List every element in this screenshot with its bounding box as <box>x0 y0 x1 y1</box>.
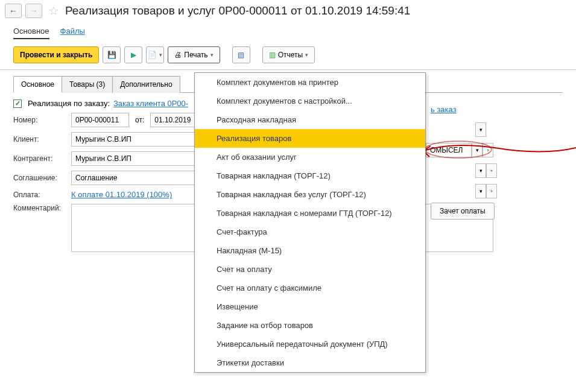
print-menu-item[interactable]: Счет-фактура <box>195 223 425 241</box>
favorite-star-icon[interactable]: ☆ <box>48 4 59 18</box>
open-picker[interactable]: ▫ <box>486 163 497 178</box>
list-icon: ▤ <box>238 51 244 59</box>
counterparty-label: Контрагент: <box>13 154 68 163</box>
tab-main[interactable]: Основное <box>13 24 49 39</box>
print-menu-item[interactable]: Товарная накладная (ТОРГ-12) <box>195 166 425 185</box>
realization-by-order-label: Реализация по заказу: <box>28 99 110 108</box>
print-menu-item[interactable]: Накладная (М-15) <box>195 241 425 260</box>
print-menu-item[interactable]: Задание на отбор товаров <box>195 316 425 335</box>
post-button[interactable]: ▶ <box>124 46 142 63</box>
dropdown-picker[interactable]: ▾ <box>475 122 486 137</box>
page-title: Реализация товаров и услуг 0Р00-000011 о… <box>65 4 410 17</box>
print-button[interactable]: 🖨 Печать ▾ <box>168 46 220 63</box>
reports-label: Отчеты <box>278 51 303 59</box>
create-based-on-button[interactable]: 📄▾ <box>146 46 164 63</box>
comment-label: Комментарий: <box>13 204 68 212</box>
counterparty-input[interactable] <box>71 151 204 166</box>
offset-payment-button[interactable]: Зачет оплаты <box>431 203 495 220</box>
tab-files[interactable]: Файлы <box>60 24 85 39</box>
open-picker[interactable]: ▫ <box>486 184 497 198</box>
print-label: Печать <box>184 51 207 59</box>
post-and-close-button[interactable]: Провести и закрыть <box>13 46 99 63</box>
save-button[interactable]: 💾 <box>103 46 121 63</box>
print-menu-item[interactable]: Этикетки доставки <box>195 353 425 372</box>
chevron-down-icon: ▾ <box>305 52 308 58</box>
list-button[interactable]: ▤ <box>232 46 250 63</box>
post-icon: ▶ <box>131 51 136 59</box>
save-icon: 💾 <box>107 51 116 59</box>
number-input[interactable] <box>71 113 129 127</box>
inner-tab-extra[interactable]: Дополнительно <box>112 76 180 93</box>
reports-button[interactable]: ▥ Отчеты ▾ <box>262 46 315 63</box>
client-input[interactable] <box>71 132 204 147</box>
agreement-label: Соглашение: <box>13 174 68 182</box>
print-menu-item[interactable]: Универсальный передаточный документ (УПД… <box>195 335 425 353</box>
print-menu-item[interactable]: Комплект документов на принтер <box>195 73 425 92</box>
print-menu-item[interactable]: Товарная накладная без услуг (ТОРГ-12) <box>195 185 425 204</box>
number-label: Номер: <box>13 116 68 124</box>
from-label: от: <box>135 116 144 124</box>
right-order-link[interactable]: ь заказ <box>431 105 457 114</box>
dropdown-picker[interactable]: ▾ <box>475 184 486 198</box>
print-menu-item[interactable]: Реализация товаров <box>195 129 425 148</box>
payment-link[interactable]: К оплате 01.10.2019 (100%) <box>71 190 172 199</box>
print-menu-item[interactable]: Акт об оказании услуг <box>195 148 425 166</box>
back-button[interactable]: ← <box>5 4 22 18</box>
realization-by-order-checkbox[interactable]: ✓ <box>13 100 22 108</box>
client-label: Клиент: <box>13 135 68 144</box>
print-menu-item[interactable]: Счет на оплату с факсимиле <box>195 279 425 297</box>
date-input[interactable] <box>150 113 198 127</box>
printer-icon: 🖨 <box>174 51 182 59</box>
chevron-down-icon: ▾ <box>159 52 162 58</box>
inner-tab-main[interactable]: Основное <box>13 76 62 93</box>
print-menu-item[interactable]: Комплект документов с настройкой... <box>195 92 425 110</box>
order-link[interactable]: Заказ клиента 0Р00- <box>113 99 188 108</box>
print-menu-item[interactable]: Товарная накладная с номерами ГТД (ТОРГ-… <box>195 204 425 223</box>
chevron-down-icon: ▾ <box>210 52 214 58</box>
chart-icon: ▥ <box>269 51 276 59</box>
payment-label: Оплата: <box>13 191 68 199</box>
dropdown-picker[interactable]: ▾ <box>472 143 483 157</box>
right-field-input[interactable] <box>426 143 472 157</box>
print-menu-item[interactable]: Счет на оплату <box>195 260 425 279</box>
agreement-input[interactable] <box>71 171 204 185</box>
print-menu-item[interactable]: Расходная накладная <box>195 110 425 129</box>
open-picker[interactable]: ▫ <box>483 143 493 157</box>
print-dropdown: Комплект документов на принтерКомплект д… <box>194 72 426 373</box>
print-menu-item[interactable]: Извещение <box>195 297 425 316</box>
dropdown-picker[interactable]: ▾ <box>475 163 486 178</box>
inner-tab-goods[interactable]: Товары (3) <box>62 76 113 93</box>
doc-icon: 📄 <box>148 51 157 59</box>
forward-button[interactable]: → <box>25 4 42 18</box>
